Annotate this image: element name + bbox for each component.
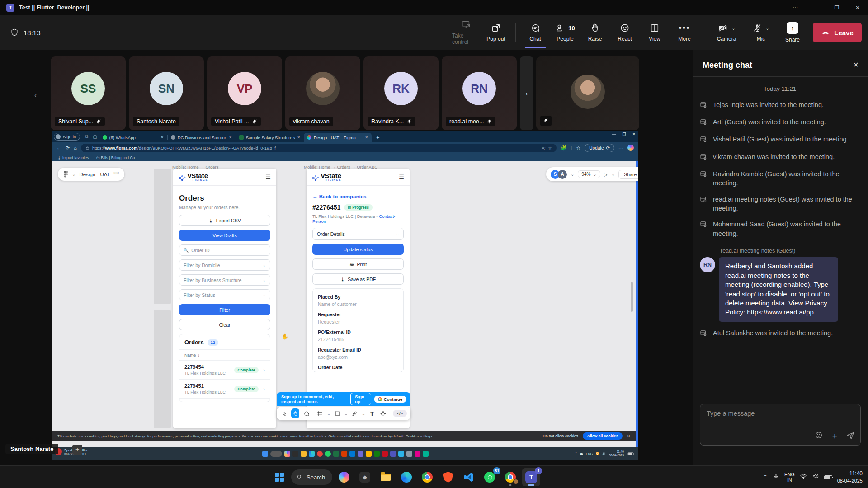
react-button[interactable]: React (611, 17, 639, 48)
tab-close-icon[interactable]: ✕ (229, 135, 232, 140)
export-csv-button[interactable]: ⭳Export CSV (179, 215, 270, 226)
taskbar-browser-profile[interactable] (501, 468, 519, 486)
components-tool-icon[interactable] (379, 408, 387, 418)
chat-message-input[interactable]: Type a message ＋ (700, 404, 861, 446)
deny-cookies-link[interactable]: Do not allow cookies (543, 434, 578, 438)
share-screen-button[interactable]: ↑ Share (778, 17, 807, 48)
text-tool-icon[interactable]: T (368, 408, 376, 418)
filter-button[interactable]: Filter (179, 304, 270, 315)
participant-tile[interactable]: RK Ravindra K... (363, 56, 439, 130)
raise-hand-button[interactable]: Raise (581, 17, 609, 48)
read-aloud-icon[interactable]: A' (542, 145, 545, 150)
figma-share-button[interactable]: Share (618, 170, 638, 179)
taskbar-chrome[interactable] (418, 468, 436, 486)
allow-cookies-button[interactable]: Allow all cookies (583, 432, 623, 440)
window-maximize-button[interactable]: ❐ (826, 0, 847, 15)
frame-tool-icon[interactable] (316, 408, 324, 418)
emoji-icon[interactable] (815, 431, 823, 441)
taskbar-app[interactable]: ◆ (356, 468, 374, 486)
tab-close-icon[interactable]: ✕ (160, 135, 164, 140)
taskbar-search[interactable]: Search (291, 469, 332, 485)
move-tool-icon[interactable] (280, 408, 288, 418)
filter-business-structure-select[interactable]: Filter by Business Structure⌄ (179, 274, 270, 286)
view-button[interactable]: View (641, 17, 669, 48)
zoom-select[interactable]: 94%⌄ (578, 170, 600, 178)
extensions-icon[interactable]: 🧩 (561, 145, 567, 151)
taskbar-edge[interactable] (397, 468, 415, 486)
present-chevron[interactable]: ⌄ (611, 172, 615, 177)
window-close-button[interactable]: ✕ (847, 0, 868, 15)
figma-breadcrumb-chip[interactable]: ⌄ Design - UAT ⿴ (58, 168, 124, 181)
next-participants-button[interactable]: › (520, 56, 533, 130)
browser-signin-button[interactable]: Sign in (54, 133, 80, 141)
browser-tab-excel[interactable]: Sample Salary Structure with calc✕ (236, 133, 304, 142)
order-row[interactable]: 2279451TL Flex Holdings LLC Complete › (179, 379, 270, 398)
chat-close-icon[interactable]: ✕ (853, 61, 859, 69)
figma-frame-order-detail[interactable]: vStateFILINGS ☰ ← Back to companies #227… (307, 169, 410, 428)
battery-icon[interactable] (824, 475, 832, 479)
filter-status-select[interactable]: Filter by Status⌄ (179, 289, 270, 300)
scrollbar-thumb[interactable] (631, 282, 633, 312)
browser-menu-icon[interactable]: ⋯ (618, 145, 623, 151)
taskbar-whatsapp[interactable]: 81 (481, 468, 499, 486)
chat-button[interactable]: Chat (521, 17, 549, 48)
collaborators-chevron[interactable]: ⌄ (571, 172, 574, 177)
browser-update-button[interactable]: Update⟳ (585, 144, 614, 152)
hidden-icons-chevron[interactable]: ⌃ (763, 474, 768, 480)
sort-icon[interactable]: ↓ (198, 352, 200, 357)
spotlight-participant-tile[interactable] (536, 56, 639, 130)
people-button[interactable]: 10 People (551, 17, 579, 48)
taskbar-copilot[interactable] (335, 468, 353, 486)
new-tab-button[interactable]: ＋ (375, 134, 381, 141)
hand-tool-icon[interactable] (291, 408, 299, 418)
back-to-companies-link[interactable]: ← Back to companies (312, 194, 404, 199)
mic-dropdown-chevron[interactable]: ⌄ (765, 26, 769, 31)
view-drafts-button[interactable]: View Drafts (179, 230, 270, 241)
update-status-button[interactable]: Update status (312, 244, 404, 255)
favorite-star-icon[interactable]: ☆ (548, 145, 552, 150)
save-as-pdf-button[interactable]: ⭳Save as PDF (312, 273, 404, 285)
frame-tool-chevron[interactable]: ⌄ (327, 411, 330, 416)
present-play-icon[interactable]: ▷ (604, 172, 608, 177)
copilot-icon[interactable] (627, 145, 634, 151)
hamburger-menu-icon[interactable]: ☰ (265, 174, 271, 180)
taskbar-vscode[interactable] (460, 468, 478, 486)
filter-domicile-select[interactable]: Filter by Domicile⌄ (179, 259, 270, 271)
sign-up-button[interactable]: Sign up (350, 393, 371, 405)
send-icon[interactable] (846, 431, 855, 441)
pen-tool-chevron[interactable]: ⌄ (362, 411, 365, 416)
participant-tile[interactable]: SS Shivani Sup... (51, 56, 126, 130)
browser-close-button[interactable]: ✕ (632, 132, 636, 136)
wifi-icon[interactable] (800, 473, 807, 482)
camera-button[interactable]: ⌄ Camera (710, 17, 743, 48)
start-button[interactable] (270, 468, 288, 486)
taskbar-clock[interactable]: 11:40 08-04-2025 (837, 470, 863, 484)
pop-out-button[interactable]: Pop out (482, 17, 510, 48)
shape-tool-icon[interactable] (333, 408, 341, 418)
taskbar-teams[interactable]: T 1 (522, 468, 540, 486)
previous-participants-chevron[interactable]: ‹ (34, 91, 37, 99)
favorites-bar-icon[interactable]: ☆ (576, 145, 580, 151)
address-bar[interactable]: https://www.figma.com/design/9BKQ0FOHRWa… (81, 144, 557, 152)
collaborator-avatar[interactable]: A (558, 170, 567, 179)
file-dropdown-chevron[interactable]: ⌄ (72, 172, 75, 177)
shape-tool-chevron[interactable]: ⌄ (344, 411, 348, 416)
attach-plus-icon[interactable]: ＋ (830, 431, 839, 441)
refresh-icon[interactable]: ⟳ (66, 145, 70, 151)
browser-tab-whatsapp[interactable]: (6) WhatsApp✕ (99, 133, 167, 142)
cookie-close-icon[interactable]: ✕ (627, 434, 630, 438)
more-button[interactable]: ••• More (670, 17, 698, 48)
mic-button[interactable]: ⌄ Mic (745, 17, 777, 48)
workspaces-icon[interactable]: ⧉ (85, 134, 88, 139)
bookmark-bills-folder[interactable]: 🗀 Bills | Billing and Co... (96, 155, 138, 160)
window-more-button[interactable]: ⋯ (785, 0, 806, 15)
print-button[interactable]: 🖶Print (312, 258, 404, 270)
order-details-select[interactable]: Order Details⌄ (312, 228, 404, 240)
pen-tool-icon[interactable] (351, 408, 359, 418)
order-row[interactable]: 2279454TL Flex Holdings LLC Complete › (179, 360, 270, 379)
participant-tile[interactable]: RN read.ai mee... (442, 56, 517, 130)
window-minimize-button[interactable]: — (806, 0, 826, 15)
figma-frame-orders[interactable]: vStateFILINGS ☰ Orders Manage all your o… (173, 169, 276, 428)
layout-panel-icon[interactable]: ⿴ (114, 171, 119, 178)
tab-actions-icon[interactable]: ▢ (93, 134, 97, 139)
